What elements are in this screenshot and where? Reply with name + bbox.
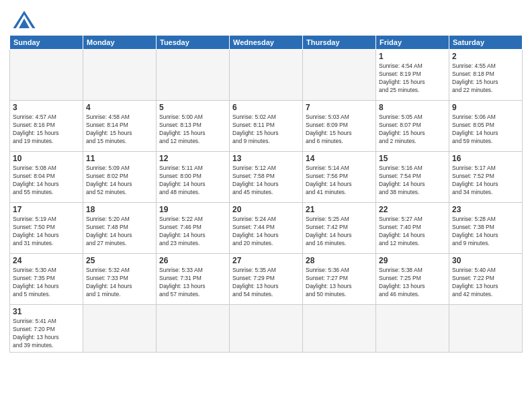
- calendar-cell: [83, 305, 157, 353]
- week-row-5: 24Sunrise: 5:30 AM Sunset: 7:35 PM Dayli…: [10, 254, 523, 305]
- calendar-cell: 5Sunrise: 5:00 AM Sunset: 8:13 PM Daylig…: [157, 101, 230, 152]
- day-header-wednesday: Wednesday: [230, 36, 303, 50]
- calendar-cell: 27Sunrise: 5:35 AM Sunset: 7:29 PM Dayli…: [230, 254, 303, 305]
- calendar-cell: [376, 305, 449, 353]
- calendar-cell: 28Sunrise: 5:36 AM Sunset: 7:27 PM Dayli…: [303, 254, 376, 305]
- day-number: 19: [159, 205, 226, 214]
- day-info: Sunrise: 5:36 AM Sunset: 7:27 PM Dayligh…: [306, 267, 373, 299]
- day-number: 30: [452, 256, 519, 265]
- calendar-cell: 7Sunrise: 5:03 AM Sunset: 8:09 PM Daylig…: [303, 101, 376, 152]
- day-number: 20: [232, 205, 300, 214]
- day-header-saturday: Saturday: [449, 36, 523, 50]
- calendar-cell: 11Sunrise: 5:09 AM Sunset: 8:02 PM Dayli…: [83, 152, 157, 203]
- day-number: 12: [159, 154, 226, 163]
- calendar-cell: 16Sunrise: 5:17 AM Sunset: 7:52 PM Dayli…: [449, 152, 523, 203]
- day-number: 27: [232, 256, 300, 265]
- calendar-cell: 4Sunrise: 4:58 AM Sunset: 8:14 PM Daylig…: [83, 101, 157, 152]
- day-info: Sunrise: 5:12 AM Sunset: 7:58 PM Dayligh…: [232, 165, 300, 197]
- day-info: Sunrise: 5:33 AM Sunset: 7:31 PM Dayligh…: [159, 267, 226, 299]
- day-number: 3: [13, 103, 80, 112]
- day-info: Sunrise: 5:38 AM Sunset: 7:25 PM Dayligh…: [379, 267, 446, 299]
- day-number: 2: [452, 52, 519, 61]
- calendar-cell: 25Sunrise: 5:32 AM Sunset: 7:33 PM Dayli…: [83, 254, 157, 305]
- day-info: Sunrise: 5:03 AM Sunset: 8:09 PM Dayligh…: [306, 113, 373, 146]
- day-info: Sunrise: 5:35 AM Sunset: 7:29 PM Dayligh…: [232, 267, 300, 299]
- day-number: 23: [452, 205, 519, 214]
- logo: [9, 9, 39, 30]
- calendar-cell: 18Sunrise: 5:20 AM Sunset: 7:48 PM Dayli…: [83, 203, 157, 254]
- day-number: 29: [379, 256, 446, 265]
- day-number: 22: [379, 205, 446, 214]
- day-info: Sunrise: 5:19 AM Sunset: 7:50 PM Dayligh…: [13, 216, 80, 248]
- day-number: 31: [13, 307, 80, 316]
- calendar-cell: [303, 50, 376, 101]
- day-number: 21: [306, 205, 373, 214]
- day-number: 4: [86, 103, 153, 112]
- week-row-2: 3Sunrise: 4:57 AM Sunset: 8:16 PM Daylig…: [10, 101, 523, 152]
- day-number: 15: [379, 154, 446, 163]
- day-number: 7: [306, 103, 373, 112]
- day-info: Sunrise: 5:08 AM Sunset: 8:04 PM Dayligh…: [13, 165, 80, 197]
- week-row-3: 10Sunrise: 5:08 AM Sunset: 8:04 PM Dayli…: [10, 152, 523, 203]
- day-number: 9: [452, 103, 519, 112]
- day-number: 16: [452, 154, 519, 163]
- calendar-cell: [449, 305, 523, 353]
- calendar-cell: 1Sunrise: 4:54 AM Sunset: 8:19 PM Daylig…: [376, 50, 449, 101]
- calendar-cell: 23Sunrise: 5:28 AM Sunset: 7:38 PM Dayli…: [449, 203, 523, 254]
- day-info: Sunrise: 5:32 AM Sunset: 7:33 PM Dayligh…: [86, 267, 153, 299]
- day-info: Sunrise: 4:55 AM Sunset: 8:18 PM Dayligh…: [452, 62, 519, 95]
- day-header-sunday: Sunday: [10, 36, 83, 50]
- day-info: Sunrise: 5:00 AM Sunset: 8:13 PM Dayligh…: [159, 113, 226, 146]
- day-number: 24: [13, 256, 80, 265]
- header: [9, 7, 523, 30]
- day-info: Sunrise: 4:58 AM Sunset: 8:14 PM Dayligh…: [86, 113, 153, 146]
- calendar-cell: 22Sunrise: 5:27 AM Sunset: 7:40 PM Dayli…: [376, 203, 449, 254]
- calendar-cell: 8Sunrise: 5:05 AM Sunset: 8:07 PM Daylig…: [376, 101, 449, 152]
- day-info: Sunrise: 5:25 AM Sunset: 7:42 PM Dayligh…: [306, 216, 373, 248]
- calendar-cell: 24Sunrise: 5:30 AM Sunset: 7:35 PM Dayli…: [10, 254, 83, 305]
- calendar-cell: 30Sunrise: 5:40 AM Sunset: 7:22 PM Dayli…: [449, 254, 523, 305]
- calendar-cell: 26Sunrise: 5:33 AM Sunset: 7:31 PM Dayli…: [157, 254, 230, 305]
- days-header-row: SundayMondayTuesdayWednesdayThursdayFrid…: [10, 36, 523, 50]
- calendar-cell: 6Sunrise: 5:02 AM Sunset: 8:11 PM Daylig…: [230, 101, 303, 152]
- day-info: Sunrise: 5:06 AM Sunset: 8:05 PM Dayligh…: [452, 113, 519, 146]
- day-number: 5: [159, 103, 226, 112]
- calendar-cell: 20Sunrise: 5:24 AM Sunset: 7:44 PM Dayli…: [230, 203, 303, 254]
- calendar-cell: 13Sunrise: 5:12 AM Sunset: 7:58 PM Dayli…: [230, 152, 303, 203]
- calendar-cell: [230, 305, 303, 353]
- calendar-cell: 17Sunrise: 5:19 AM Sunset: 7:50 PM Dayli…: [10, 203, 83, 254]
- day-header-thursday: Thursday: [303, 36, 376, 50]
- week-row-6: 31Sunrise: 5:41 AM Sunset: 7:20 PM Dayli…: [10, 305, 523, 353]
- day-info: Sunrise: 5:27 AM Sunset: 7:40 PM Dayligh…: [379, 216, 446, 248]
- calendar-cell: 9Sunrise: 5:06 AM Sunset: 8:05 PM Daylig…: [449, 101, 523, 152]
- calendar-cell: 19Sunrise: 5:22 AM Sunset: 7:46 PM Dayli…: [157, 203, 230, 254]
- week-row-4: 17Sunrise: 5:19 AM Sunset: 7:50 PM Dayli…: [10, 203, 523, 254]
- day-number: 25: [86, 256, 153, 265]
- day-header-monday: Monday: [83, 36, 157, 50]
- day-info: Sunrise: 5:28 AM Sunset: 7:38 PM Dayligh…: [452, 216, 519, 248]
- day-header-tuesday: Tuesday: [157, 36, 230, 50]
- page: SundayMondayTuesdayWednesdayThursdayFrid…: [0, 0, 532, 411]
- day-info: Sunrise: 5:16 AM Sunset: 7:54 PM Dayligh…: [379, 165, 446, 197]
- day-number: 28: [306, 256, 373, 265]
- calendar-cell: [230, 50, 303, 101]
- calendar-cell: 3Sunrise: 4:57 AM Sunset: 8:16 PM Daylig…: [10, 101, 83, 152]
- day-number: 18: [86, 205, 153, 214]
- day-info: Sunrise: 5:20 AM Sunset: 7:48 PM Dayligh…: [86, 216, 153, 248]
- day-info: Sunrise: 5:05 AM Sunset: 8:07 PM Dayligh…: [379, 113, 446, 146]
- calendar-cell: [157, 305, 230, 353]
- day-number: 8: [379, 103, 446, 112]
- calendar-cell: 2Sunrise: 4:55 AM Sunset: 8:18 PM Daylig…: [449, 50, 523, 101]
- day-info: Sunrise: 5:17 AM Sunset: 7:52 PM Dayligh…: [452, 165, 519, 197]
- day-info: Sunrise: 5:02 AM Sunset: 8:11 PM Dayligh…: [232, 113, 300, 146]
- day-info: Sunrise: 5:11 AM Sunset: 8:00 PM Dayligh…: [159, 165, 226, 197]
- calendar-cell: 12Sunrise: 5:11 AM Sunset: 8:00 PM Dayli…: [157, 152, 230, 203]
- calendar-cell: [303, 305, 376, 353]
- calendar-cell: 31Sunrise: 5:41 AM Sunset: 7:20 PM Dayli…: [10, 305, 83, 353]
- day-header-friday: Friday: [376, 36, 449, 50]
- day-number: 10: [13, 154, 80, 163]
- day-info: Sunrise: 5:22 AM Sunset: 7:46 PM Dayligh…: [159, 216, 226, 248]
- logo-icon: [12, 9, 36, 30]
- calendar-cell: [83, 50, 157, 101]
- day-number: 17: [13, 205, 80, 214]
